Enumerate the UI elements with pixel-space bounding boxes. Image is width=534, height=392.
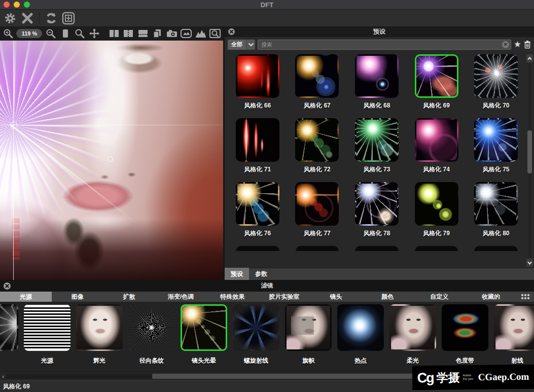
- filter-item-radial-streaks[interactable]: 径向条纹: [128, 304, 175, 372]
- refresh-icon[interactable]: [44, 12, 58, 25]
- filter-item-soft-light[interactable]: 柔光: [389, 304, 436, 372]
- zoom-level-display[interactable]: 119 %: [16, 29, 42, 38]
- preset-item[interactable]: 风格化 80: [466, 182, 526, 246]
- preset-thumbnail[interactable]: [236, 118, 279, 162]
- pan-tool-icon[interactable]: [88, 28, 100, 39]
- preview-loupe-icon[interactable]: [209, 28, 221, 39]
- category-tab-light[interactable]: 光源: [0, 292, 52, 302]
- preset-scrollbar[interactable]: [526, 54, 533, 267]
- category-tab-gradient-tint[interactable]: 渐变/色调: [155, 292, 207, 302]
- preset-thumbnail[interactable]: [474, 118, 518, 162]
- zoom-in-icon[interactable]: [2, 28, 14, 39]
- preset-filter-dropdown[interactable]: 全部: [228, 40, 255, 50]
- preset-thumbnail[interactable]: [355, 54, 399, 98]
- favorite-star-icon[interactable]: ★: [514, 40, 521, 49]
- cancel-x-icon[interactable]: [20, 12, 34, 25]
- filter-item-hotspot[interactable]: 热点: [337, 304, 384, 372]
- close-filters-panel-icon[interactable]: [3, 282, 11, 290]
- split-horizontal-view-icon[interactable]: [137, 28, 149, 39]
- tab-parameters[interactable]: 参数: [249, 268, 273, 280]
- filter-item-glow[interactable]: 辉光: [76, 304, 123, 372]
- tab-presets[interactable]: 预设: [225, 268, 249, 280]
- category-tab-image[interactable]: 图像: [52, 292, 103, 302]
- filter-item-spiral-rays[interactable]: 螺旋射线: [233, 304, 279, 372]
- category-tab-lens[interactable]: 镜头: [310, 292, 362, 302]
- filter-thumbnail[interactable]: [76, 304, 123, 351]
- flare-control-point-primary[interactable]: [10, 122, 17, 129]
- fit-to-window-icon[interactable]: [59, 28, 71, 39]
- preset-item[interactable]: 风格化 77: [288, 182, 347, 246]
- category-tab-favorites[interactable]: 收藏的: [465, 292, 517, 302]
- filter-item-rays[interactable]: 射线: [494, 304, 534, 372]
- preset-item[interactable]: 风格化 71: [228, 118, 288, 182]
- image-canvas[interactable]: [0, 41, 223, 280]
- close-panel-icon[interactable]: [228, 28, 235, 35]
- preset-item[interactable]: 风格化 66: [228, 54, 288, 118]
- delete-trash-icon[interactable]: [524, 41, 531, 49]
- snapshot-frame-icon[interactable]: [61, 12, 76, 25]
- image-frame-icon[interactable]: [181, 28, 192, 39]
- filter-thumbnail[interactable]: [337, 304, 384, 351]
- preset-thumbnail[interactable]: [295, 182, 339, 226]
- preset-thumbnail[interactable]: [236, 54, 279, 98]
- preset-thumbnail[interactable]: [295, 118, 339, 162]
- filter-thumbnail[interactable]: [442, 304, 488, 351]
- filter-item-light-source[interactable]: 光源: [24, 304, 70, 372]
- chevron-down-icon[interactable]: [246, 40, 255, 50]
- category-tab-diffusion[interactable]: 扩散: [103, 292, 155, 302]
- search-input[interactable]: [258, 40, 511, 50]
- filter-item-lens-flare-selected[interactable]: 镜头光晕: [181, 304, 227, 372]
- clear-search-icon[interactable]: ✕: [502, 41, 509, 48]
- scrollbar-thumb[interactable]: [527, 130, 532, 173]
- flare-control-point-secondary[interactable]: [108, 156, 113, 162]
- preset-thumbnail[interactable]: [474, 182, 518, 226]
- preset-item[interactable]: 风格化 72: [288, 118, 347, 182]
- preset-item[interactable]: 风格化 68: [347, 54, 407, 118]
- filter-item-flag[interactable]: 旗帜: [285, 304, 332, 372]
- preset-item[interactable]: 风格化 79: [407, 182, 467, 246]
- preset-thumbnail[interactable]: [295, 54, 339, 98]
- filter-thumbnail[interactable]: [285, 304, 332, 351]
- filter-thumbnail[interactable]: [494, 304, 534, 351]
- preset-item[interactable]: 风格化 74: [407, 118, 467, 182]
- preset-thumbnail-selected[interactable]: [415, 54, 458, 98]
- category-tab-color[interactable]: 颜色: [362, 292, 413, 302]
- preset-item[interactable]: 风格化 76: [228, 182, 288, 246]
- filter-label: 辉光: [93, 357, 105, 365]
- category-tab-special-effects[interactable]: 特殊效果: [207, 292, 259, 302]
- snapshot-camera-icon[interactable]: [166, 28, 177, 39]
- filter-thumbnail[interactable]: [0, 304, 18, 351]
- filter-item-chroma-bands[interactable]: 色度带: [442, 304, 488, 372]
- preset-item[interactable]: 风格化 67: [288, 54, 347, 118]
- preset-thumbnail[interactable]: [415, 118, 458, 162]
- preset-item[interactable]: 风格化 78: [347, 182, 407, 246]
- filter-thumbnail[interactable]: [24, 304, 70, 351]
- split-dashed-view-icon[interactable]: [123, 28, 134, 39]
- scroll-up-icon[interactable]: [526, 54, 533, 62]
- category-tab-film-lab[interactable]: 胶片实验室: [259, 292, 310, 302]
- preset-thumbnail[interactable]: [236, 182, 279, 226]
- preset-item[interactable]: 风格化 70: [466, 54, 526, 118]
- preset-thumbnail[interactable]: [415, 182, 458, 226]
- duplicate-view-icon[interactable]: [152, 28, 163, 39]
- filter-item-partial[interactable]: 线: [0, 304, 18, 372]
- category-tab-custom[interactable]: 自定义: [413, 292, 465, 302]
- filter-thumbnail[interactable]: [233, 304, 279, 351]
- preset-item[interactable]: 风格化 75: [466, 118, 526, 182]
- histogram-icon[interactable]: [195, 28, 206, 39]
- preset-thumbnail[interactable]: [355, 118, 399, 162]
- zoom-out-icon[interactable]: [45, 28, 56, 39]
- preset-thumbnail[interactable]: [355, 182, 399, 226]
- scroll-left-icon[interactable]: ‹: [0, 372, 6, 381]
- split-vertical-view-icon[interactable]: [108, 28, 120, 39]
- filter-thumbnail[interactable]: [389, 304, 436, 351]
- filter-thumbnail-selected[interactable]: [181, 304, 227, 351]
- category-grid-icon[interactable]: [517, 292, 534, 302]
- preset-item[interactable]: 风格化 73: [347, 118, 407, 182]
- preset-item-selected[interactable]: 风格化 69: [407, 54, 467, 118]
- filter-thumbnail[interactable]: [128, 304, 175, 351]
- magnifier-icon[interactable]: [74, 28, 85, 39]
- preset-thumbnail[interactable]: [474, 54, 518, 98]
- settings-gear-icon[interactable]: [3, 12, 17, 25]
- scroll-down-icon[interactable]: [526, 259, 533, 267]
